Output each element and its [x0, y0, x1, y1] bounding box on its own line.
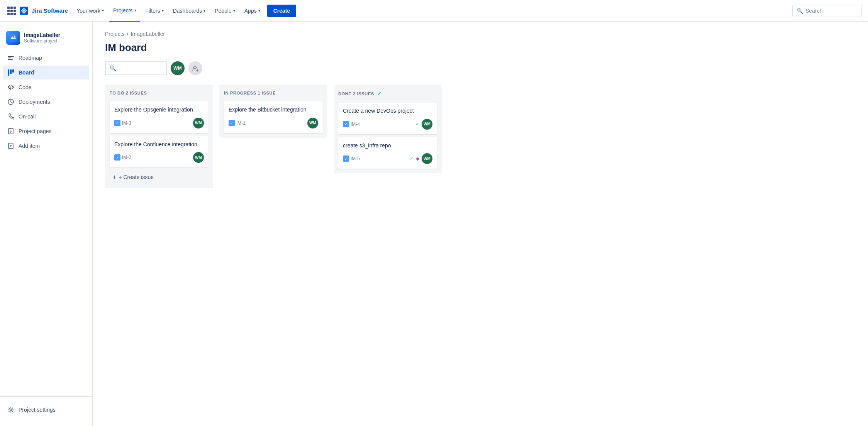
- card-im5[interactable]: create s3_infra repo ✓ IM-5 ✓ ◆ WM: [338, 137, 437, 169]
- page-title: IM board: [105, 42, 856, 54]
- card-title-im5: create s3_infra repo: [343, 142, 432, 150]
- pages-icon: [7, 127, 15, 135]
- project-type: Software project: [24, 38, 60, 44]
- sidebar-label-pages: Project pages: [19, 128, 52, 134]
- project-avatar: [6, 31, 20, 45]
- oncall-icon: [7, 113, 15, 120]
- ticket-id-im5: IM-5: [351, 156, 360, 161]
- create-button[interactable]: Create: [267, 5, 297, 17]
- card-im2[interactable]: Explore the Confluence integration ✓ IM-…: [110, 136, 209, 168]
- projects-nav[interactable]: Projects ▾: [109, 0, 140, 22]
- grid-menu-button[interactable]: [6, 5, 17, 16]
- ticket-id-im4: IM-4: [351, 122, 360, 127]
- breadcrumb-projects[interactable]: Projects: [105, 31, 125, 37]
- sidebar-item-pages[interactable]: Project pages: [3, 124, 89, 138]
- assignee-avatar-im1: WM: [307, 118, 318, 128]
- ticket-id-im2: IM-2: [122, 155, 131, 160]
- additem-icon: [7, 142, 15, 150]
- column-header-done: DONE 2 ISSUES ✓: [338, 89, 437, 100]
- sidebar-item-additem[interactable]: Add item: [3, 139, 89, 153]
- dashboards-nav[interactable]: Dashboards ▾: [169, 0, 210, 22]
- sidebar-label-board: Board: [19, 69, 34, 76]
- checkbox-icon: ✓: [114, 120, 120, 126]
- create-issue-button[interactable]: + + Create issue: [110, 171, 209, 184]
- card-meta-im5: ✓ ◆ WM: [410, 153, 432, 164]
- sidebar-label-additem: Add item: [19, 143, 40, 149]
- chevron-down-icon: ▾: [134, 8, 136, 12]
- search-placeholder: Search: [805, 8, 822, 14]
- card-footer-im3: ✓ IM-3 WM: [114, 118, 204, 128]
- deployments-icon: [7, 98, 15, 106]
- checkbox-icon: ✓: [114, 154, 120, 161]
- card-im4[interactable]: Create a new DevOps project ✓ IM-4 ✓ WM: [338, 103, 437, 134]
- sidebar-item-deployments[interactable]: Deployments: [3, 95, 89, 109]
- sidebar-item-settings[interactable]: Project settings: [3, 403, 89, 417]
- gear-icon: [7, 406, 15, 414]
- board-icon: [7, 69, 15, 76]
- grid-icon: [7, 7, 16, 15]
- assignee-avatar-im5: WM: [422, 153, 432, 164]
- checkbox-icon: ✓: [343, 156, 349, 162]
- svg-rect-3: [8, 56, 14, 57]
- card-title-im4: Create a new DevOps project: [343, 107, 432, 115]
- svg-rect-4: [8, 57, 12, 58]
- breadcrumb-separator: /: [127, 31, 129, 37]
- app-layout: ImageLabeller Software project Roadmap: [0, 22, 868, 426]
- column-header-inprogress: IN PROGRESS 1 ISSUE: [224, 89, 323, 98]
- checkbox-icon: ✓: [229, 120, 235, 126]
- svg-rect-5: [8, 59, 13, 60]
- card-id-im3: ✓ IM-3: [114, 120, 131, 126]
- sidebar-label-oncall: On-call: [19, 113, 36, 120]
- sidebar-item-code[interactable]: Code: [3, 80, 89, 94]
- board-search-box[interactable]: 🔍: [105, 61, 167, 75]
- sidebar-item-oncall[interactable]: On-call: [3, 110, 89, 123]
- sidebar-bottom: Project settings: [0, 396, 92, 420]
- sidebar-label-deployments: Deployments: [19, 99, 50, 105]
- sidebar-item-board[interactable]: Board: [3, 66, 89, 79]
- filters-nav[interactable]: Filters ▾: [142, 0, 168, 22]
- sidebar-label-settings: Project settings: [19, 407, 56, 413]
- sidebar-project-header: ImageLabeller Software project: [0, 28, 92, 51]
- code-icon: [7, 83, 15, 91]
- people-nav[interactable]: People ▾: [211, 0, 239, 22]
- jira-logo[interactable]: Jira Software: [19, 5, 68, 16]
- search-box[interactable]: 🔍 Search: [792, 5, 862, 17]
- roadmap-icon: [7, 54, 15, 62]
- done-check-icon: ✓: [410, 156, 414, 161]
- svg-rect-8: [12, 69, 14, 73]
- board: TO DO 2 ISSUES Explore the Opsgenie inte…: [105, 85, 856, 188]
- card-footer-im1: ✓ IM-1 WM: [229, 118, 318, 128]
- plus-icon: +: [113, 174, 116, 181]
- add-member-button[interactable]: [188, 61, 202, 75]
- card-title-im1: Explore the Bitbucket integration: [229, 106, 318, 114]
- card-im1[interactable]: Explore the Bitbucket integration ✓ IM-1…: [224, 101, 323, 133]
- board-search-input[interactable]: [119, 65, 162, 71]
- svg-point-2: [14, 36, 15, 37]
- card-title-im3: Explore the Opsgenie integration: [114, 106, 204, 114]
- sidebar: ImageLabeller Software project Roadmap: [0, 22, 93, 426]
- sidebar-item-roadmap[interactable]: Roadmap: [3, 51, 89, 65]
- your-work-nav[interactable]: Your work ▾: [73, 0, 108, 22]
- card-footer-im5: ✓ IM-5 ✓ ◆ WM: [343, 153, 432, 164]
- search-icon: 🔍: [797, 8, 803, 14]
- card-footer-im4: ✓ IM-4 ✓ WM: [343, 119, 432, 130]
- breadcrumb-project[interactable]: ImageLabeller: [131, 31, 165, 37]
- apps-nav[interactable]: Apps ▾: [241, 0, 264, 22]
- svg-rect-6: [8, 69, 9, 76]
- assignee-avatar-im2: WM: [193, 152, 204, 163]
- assignee-avatar-im4: WM: [422, 119, 432, 130]
- card-id-im4: ✓ IM-4: [343, 121, 360, 127]
- sidebar-nav: Roadmap Board: [0, 51, 92, 393]
- card-id-im2: ✓ IM-2: [114, 154, 131, 161]
- ticket-id-im1: IM-1: [236, 120, 246, 126]
- project-name: ImageLabeller: [24, 32, 60, 38]
- breadcrumb: Projects / ImageLabeller: [105, 31, 856, 37]
- svg-rect-7: [10, 69, 12, 74]
- card-im3[interactable]: Explore the Opsgenie integration ✓ IM-3 …: [110, 101, 209, 133]
- avatar-wm[interactable]: WM: [171, 61, 185, 75]
- check-icon: ✓: [377, 91, 382, 96]
- sidebar-label-code: Code: [19, 84, 31, 90]
- top-navigation: Jira Software Your work ▾ Projects ▾ Fil…: [0, 0, 868, 22]
- column-header-todo: TO DO 2 ISSUES: [110, 89, 209, 98]
- done-check-icon: ✓: [415, 122, 419, 127]
